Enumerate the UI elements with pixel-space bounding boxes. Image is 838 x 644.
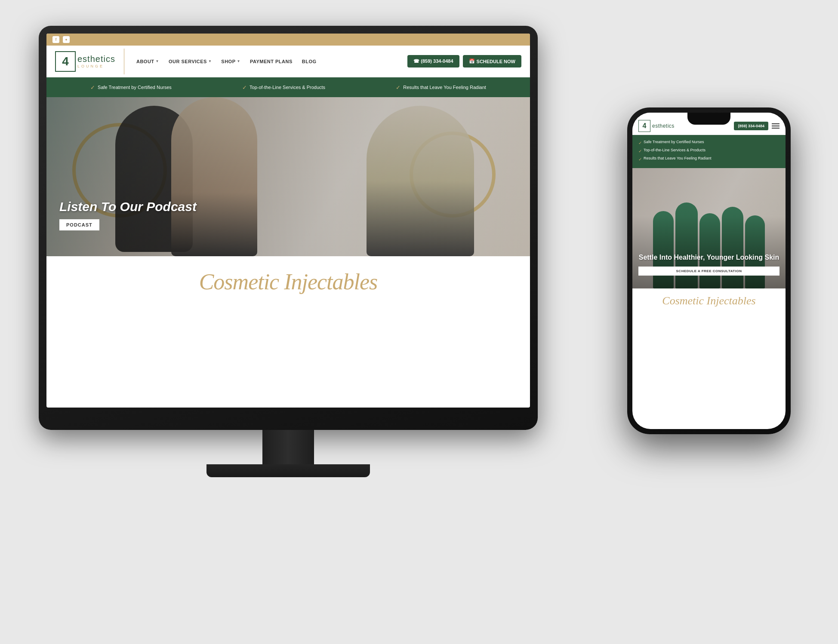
desktop-nav: 4 esthetics LOUNGE ABOUT ▼ xyxy=(46,46,530,77)
calendar-icon: 📅 xyxy=(469,58,475,64)
desktop-script-section: Cosmetic Injectables xyxy=(46,256,530,303)
check-icon: ✓ xyxy=(90,84,95,91)
logo-sub: LOUNGE xyxy=(77,64,115,68)
logo-number: 4 xyxy=(55,51,76,72)
check-icon: ✓ xyxy=(638,156,642,163)
nav-cta-buttons: ☎ (859) 334-0484 📅 SCHEDULE NOW xyxy=(407,55,521,67)
phone-hero-cta-button[interactable]: SCHEDULE A FREE CONSULTATION xyxy=(638,267,779,276)
phone-feature-1: ✓ Safe Treatment by Certified Nurses xyxy=(638,139,779,146)
phone-screen: 4 esthetics (859) 334-0484 xyxy=(632,113,786,429)
desktop-script-title: Cosmetic Injectables xyxy=(55,269,521,294)
desktop-monitor: f ● 4 esthetics LOUNGE xyxy=(39,26,538,585)
logo-area: 4 esthetics LOUNGE xyxy=(55,49,124,74)
nav-payment[interactable]: PAYMENT PLANS xyxy=(246,56,296,67)
chevron-down-icon: ▼ xyxy=(208,59,212,63)
nav-about[interactable]: ABOUT ▼ xyxy=(133,56,163,67)
hamburger-menu-icon[interactable] xyxy=(772,123,779,129)
instagram-icon[interactable]: ● xyxy=(63,36,70,43)
desktop-hero: Listen To Our Podcast PODCAST xyxy=(46,97,530,256)
phone-feature-3: ✓ Results that Leave You Feeling Radiant xyxy=(638,156,779,163)
phone-logo-number: 4 xyxy=(638,120,650,132)
phone-feature-2: ✓ Top-of-the-Line Services & Products xyxy=(638,147,779,154)
hero-overlay xyxy=(46,97,530,256)
phone-website: 4 esthetics (859) 334-0484 xyxy=(632,113,786,429)
scene: f ● 4 esthetics LOUNGE xyxy=(0,0,838,644)
phone-script-title: Cosmetic Injectables xyxy=(638,294,779,307)
phone-outer: 4 esthetics (859) 334-0484 xyxy=(627,107,791,434)
check-icon: ✓ xyxy=(638,140,642,146)
hero-content: Listen To Our Podcast PODCAST xyxy=(59,199,197,230)
desktop-features-bar: ✓ Safe Treatment by Certified Nurses ✓ T… xyxy=(46,77,530,97)
logo-word: esthetics xyxy=(77,54,115,64)
chevron-down-icon: ▼ xyxy=(237,59,240,63)
chevron-down-icon: ▼ xyxy=(156,59,159,63)
desktop-top-bar: f ● xyxy=(46,34,530,46)
nav-shop[interactable]: SHOP ▼ xyxy=(218,56,244,67)
phone-hero-title: Settle Into Healthier, Younger Looking S… xyxy=(638,253,779,262)
nav-services[interactable]: OUR SERVICES ▼ xyxy=(165,56,215,67)
logo-text: esthetics LOUNGE xyxy=(77,54,115,68)
monitor-screen: f ● 4 esthetics LOUNGE xyxy=(46,34,530,408)
phone-script-section: Cosmetic Injectables xyxy=(632,288,786,313)
check-icon: ✓ xyxy=(638,148,642,154)
phone-notch xyxy=(687,113,730,125)
phone-device: 4 esthetics (859) 334-0484 xyxy=(627,107,791,434)
monitor-outer: f ● 4 esthetics LOUNGE xyxy=(39,26,538,430)
check-icon: ✓ xyxy=(242,84,247,91)
phone-button[interactable]: ☎ (859) 334-0484 xyxy=(407,55,459,67)
feature-2: ✓ Top-of-the-Line Services & Products xyxy=(242,84,325,91)
desktop-website: f ● 4 esthetics LOUNGE xyxy=(46,34,530,408)
monitor-stand-base xyxy=(206,464,370,477)
check-icon: ✓ xyxy=(396,84,401,91)
feature-3: ✓ Results that Leave You Feeling Radiant xyxy=(396,84,486,91)
facebook-icon[interactable]: f xyxy=(52,36,59,43)
schedule-button[interactable]: 📅 SCHEDULE NOW xyxy=(463,55,521,67)
phone-features-bar: ✓ Safe Treatment by Certified Nurses ✓ T… xyxy=(632,135,786,168)
nav-links: ABOUT ▼ OUR SERVICES ▼ SHOP ▼ xyxy=(133,56,407,67)
hero-cta-button[interactable]: PODCAST xyxy=(59,219,99,230)
nav-blog[interactable]: BLOG xyxy=(299,56,320,67)
phone-nav-right: (859) 334-0484 xyxy=(734,122,779,130)
phone-logo: 4 esthetics xyxy=(638,120,675,132)
phone-logo-word: esthetics xyxy=(652,123,675,129)
feature-1: ✓ Safe Treatment by Certified Nurses xyxy=(90,84,172,91)
phone-hero: Settle Into Healthier, Younger Looking S… xyxy=(632,168,786,288)
phone-hero-content: Settle Into Healthier, Younger Looking S… xyxy=(638,253,779,276)
hero-title: Listen To Our Podcast xyxy=(59,199,197,214)
monitor-stand-neck xyxy=(262,430,314,464)
phone-phone-button[interactable]: (859) 334-0484 xyxy=(734,122,768,130)
